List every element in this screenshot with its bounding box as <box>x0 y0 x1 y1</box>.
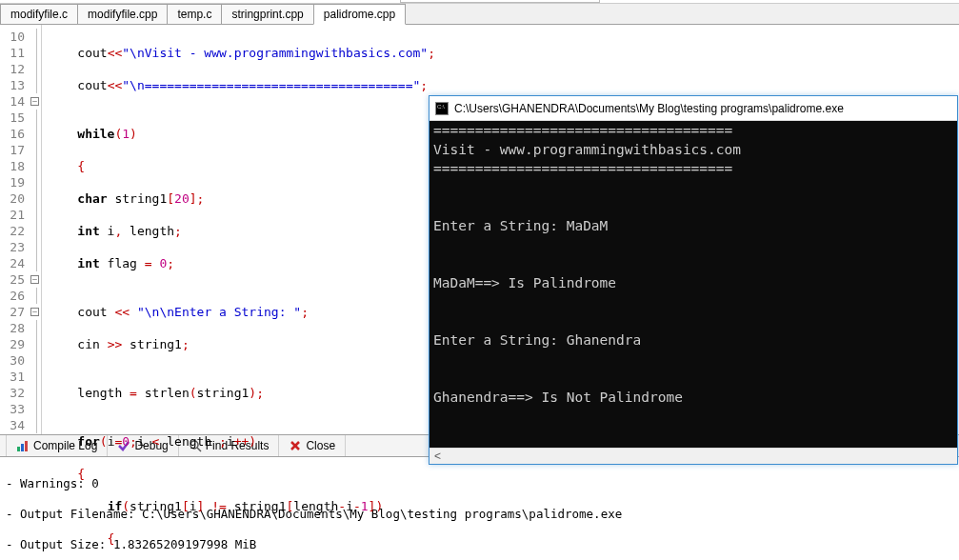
console-icon <box>435 102 449 115</box>
file-tabs: modifyfile.c modifyfile.cpp temp.c strin… <box>0 4 959 25</box>
line-num: 32 <box>0 385 25 401</box>
tab-palidrome-cpp[interactable]: palidrome.cpp <box>313 4 406 25</box>
console-title-text: C:\Users\GHANENDRA\Documents\My Blog\tes… <box>454 102 844 115</box>
line-num: 21 <box>0 207 25 223</box>
scroll-left-icon[interactable]: < <box>430 449 446 465</box>
line-num: 22 <box>0 223 25 239</box>
console-output[interactable]: ==================================== Vis… <box>430 121 957 448</box>
svg-rect-0 <box>17 447 20 451</box>
tab-temp-c[interactable]: temp.c <box>167 4 222 24</box>
line-num: 31 <box>0 369 25 385</box>
line-num: 33 <box>0 401 25 417</box>
line-num: 10 <box>0 29 25 45</box>
line-num: 20 <box>0 190 25 207</box>
fold-toggle-icon[interactable]: − <box>30 308 39 316</box>
line-num: 11 <box>0 45 25 61</box>
line-num: 27 <box>0 304 25 320</box>
line-num: 17 <box>0 142 25 158</box>
fold-toggle-icon[interactable]: − <box>30 275 39 284</box>
tab-stringprint-cpp[interactable]: stringprint.cpp <box>221 4 313 24</box>
console-window[interactable]: C:\Users\GHANENDRA\Documents\My Blog\tes… <box>429 95 958 465</box>
line-num: 23 <box>0 239 25 255</box>
barchart-icon <box>16 439 30 452</box>
line-num: 13 <box>0 77 25 93</box>
tab-modifyfile-c[interactable]: modifyfile.c <box>0 4 78 24</box>
line-num: 14 <box>0 93 25 110</box>
fold-toggle-icon[interactable]: − <box>30 97 39 106</box>
line-num: 30 <box>0 352 25 369</box>
line-num: 25 <box>0 271 25 288</box>
line-num: 12 <box>0 61 25 77</box>
line-num: 15 <box>0 110 25 126</box>
code-editor[interactable]: cout<<"\nVisit - www.programmingwithbasi… <box>42 25 435 434</box>
fold-column: − − − <box>29 25 42 434</box>
line-num: 24 <box>0 255 25 271</box>
line-gutter: 10 11 12 13 14 15 16 17 18 19 20 21 22 2… <box>0 25 29 434</box>
svg-rect-1 <box>21 444 24 451</box>
line-num: 34 <box>0 417 25 433</box>
tab-modifyfile-cpp[interactable]: modifyfile.cpp <box>77 4 168 24</box>
line-num: 29 <box>0 336 25 352</box>
line-num: 19 <box>0 174 25 190</box>
line-num: 18 <box>0 158 25 174</box>
line-num: 16 <box>0 126 25 142</box>
line-num: 26 <box>0 288 25 304</box>
svg-rect-2 <box>25 441 28 451</box>
console-scrollbar[interactable]: < <box>430 448 957 464</box>
line-num: 28 <box>0 320 25 336</box>
console-titlebar[interactable]: C:\Users\GHANENDRA\Documents\My Blog\tes… <box>430 96 957 121</box>
